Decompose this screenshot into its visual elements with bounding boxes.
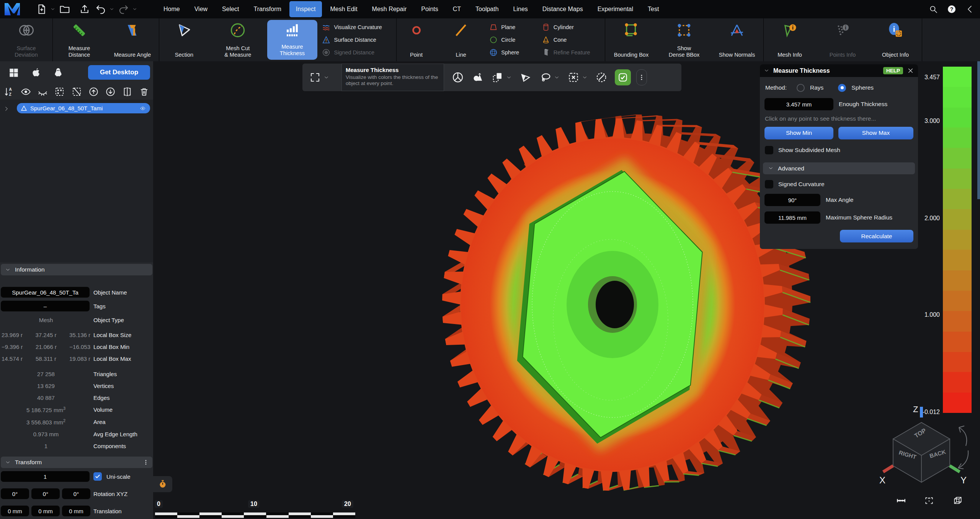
confirm-button[interactable] — [615, 69, 631, 85]
get-desktop-button[interactable]: Get Desktop — [88, 65, 150, 80]
ribbon-button-mesh-cut-measure[interactable]: Mesh Cut & Measure — [209, 18, 266, 61]
wire-cube-icon[interactable] — [951, 496, 965, 506]
show-min-button[interactable]: Show Min — [764, 127, 833, 139]
deselect-circle-icon[interactable] — [596, 72, 607, 83]
chevron-right-icon[interactable] — [4, 106, 9, 111]
rotation-input-z[interactable]: 0° — [62, 488, 90, 499]
info-input[interactable]: SpurGear_06_48_50T_Ta — [1, 287, 90, 298]
fit-tool-icon[interactable] — [922, 496, 936, 506]
menu-item-view[interactable]: View — [188, 0, 214, 18]
radio-spheres[interactable] — [838, 84, 846, 92]
ribbon-button-show-dense-bbox[interactable]: Show Dense BBox — [658, 18, 710, 61]
radio-rays[interactable] — [797, 84, 805, 92]
select-all-icon[interactable] — [54, 87, 65, 97]
kebab-menu-icon[interactable] — [143, 459, 149, 466]
recalculate-button[interactable]: Recalculate — [840, 230, 913, 242]
signed-curvature-checkbox[interactable] — [765, 180, 773, 188]
navigation-cube[interactable]: ZTOPRIGHTBACKXY — [879, 401, 974, 497]
show-subdivided-checkbox[interactable] — [765, 146, 773, 154]
menu-item-points[interactable]: Points — [415, 0, 444, 18]
trackball-icon[interactable] — [452, 72, 464, 83]
cut-plane-icon[interactable] — [520, 72, 531, 83]
help-badge[interactable]: HELP — [883, 67, 903, 74]
ribbon-button-section[interactable]: Section — [159, 18, 209, 61]
new-file-dropdown-icon[interactable] — [51, 7, 55, 11]
menu-item-experimental[interactable]: Experimental — [591, 0, 640, 18]
arrow-up-circle-icon[interactable] — [88, 87, 99, 97]
show-max-button[interactable]: Show Max — [838, 127, 913, 139]
ribbon-button-line[interactable]: Line — [436, 18, 485, 61]
uni-scale-checkbox[interactable] — [93, 472, 102, 481]
information-header[interactable]: Information — [1, 264, 152, 275]
thickness-input[interactable]: 3.457 mm — [764, 98, 833, 110]
ribbon-button-object-info[interactable]: iObject Info — [869, 18, 922, 61]
chevron-down-icon[interactable] — [324, 75, 329, 80]
max-sphere-radius-input[interactable]: 11.985 mm — [764, 211, 820, 224]
eye-icon[interactable] — [21, 87, 31, 97]
undo-icon[interactable] — [94, 3, 107, 16]
shapes-icon[interactable] — [472, 72, 483, 83]
rotation-input-x[interactable]: 0° — [1, 488, 29, 499]
menu-item-mesh-repair[interactable]: Mesh Repair — [366, 0, 413, 18]
clone-icon[interactable] — [492, 72, 503, 83]
export-icon[interactable] — [78, 3, 91, 16]
duplicate-icon[interactable] — [122, 87, 132, 97]
search-icon[interactable] — [929, 5, 938, 14]
translation-input-x[interactable]: 0 mm — [1, 506, 29, 516]
scrollbar-strip[interactable] — [977, 61, 980, 199]
chevron-down-icon[interactable] — [554, 75, 559, 80]
radio-spheres-label[interactable]: Spheres — [851, 84, 874, 91]
new-file-icon[interactable] — [35, 3, 48, 16]
chevron-down-icon[interactable] — [506, 75, 511, 80]
translation-input-z[interactable]: 0 mm — [62, 506, 90, 516]
eye-off-icon[interactable] — [38, 87, 48, 97]
chevron-down-icon[interactable] — [582, 75, 587, 80]
apple-icon[interactable] — [30, 67, 42, 79]
close-icon[interactable] — [908, 68, 913, 74]
menu-item-home[interactable]: Home — [157, 0, 186, 18]
ruler-tool-icon[interactable] — [894, 496, 908, 506]
ribbon-button-mesh-info[interactable]: iMesh Info — [763, 18, 816, 61]
menu-item-test[interactable]: Test — [641, 0, 665, 18]
fit-view-icon[interactable] — [309, 72, 321, 83]
collapse-icon[interactable] — [965, 5, 975, 14]
open-folder-icon[interactable] — [58, 3, 71, 16]
ribbon-button-bounding-box[interactable]: Bounding Box — [605, 18, 658, 61]
menu-item-toolpath[interactable]: Toolpath — [469, 0, 505, 18]
menu-item-mesh-edit[interactable]: Mesh Edit — [323, 0, 364, 18]
menu-item-select[interactable]: Select — [216, 0, 245, 18]
menu-item-transform[interactable]: Transform — [247, 0, 288, 18]
rotation-input-y[interactable]: 0° — [31, 488, 60, 499]
tree-item-spurgear[interactable]: SpurGear_06_48_50T_Tami — [17, 103, 150, 113]
ribbon-button-cone[interactable]: Cone — [542, 35, 605, 45]
sort-icon[interactable]: AZ — [4, 87, 14, 97]
ribbon-button-sphere[interactable]: Sphere — [489, 47, 537, 57]
lasso-icon[interactable] — [540, 72, 551, 83]
visibility-eye-icon[interactable] — [139, 106, 147, 111]
redo-dropdown-icon[interactable] — [132, 7, 137, 11]
help-icon[interactable]: ? — [947, 5, 956, 14]
radio-rays-label[interactable]: Rays — [810, 84, 823, 91]
ribbon-button-measure-thickness[interactable]: Measure Thickness — [267, 20, 318, 60]
undo-dropdown-icon[interactable] — [109, 7, 114, 11]
viewport-3d[interactable]: Measure Thickness Visualize with colors … — [153, 61, 980, 519]
more-options-button[interactable] — [636, 69, 647, 85]
max-angle-input[interactable]: 90° — [764, 194, 820, 206]
ribbon-button-cylinder[interactable]: Cylinder — [542, 22, 605, 32]
box-x-icon[interactable] — [568, 72, 579, 83]
ribbon-button-point[interactable]: Point — [396, 18, 436, 61]
advanced-header[interactable]: Advanced — [763, 162, 915, 174]
ribbon-button-show-normals[interactable]: Show Normals — [710, 18, 763, 61]
ribbon-button-surface-distance[interactable]: Surface Distance — [322, 35, 396, 45]
ribbon-button-measure-angle[interactable]: Measure Angle — [106, 18, 159, 61]
ribbon-button-plane[interactable]: Plane — [489, 22, 537, 32]
arrow-down-circle-icon[interactable] — [105, 87, 116, 97]
menu-item-ct[interactable]: CT — [446, 0, 467, 18]
ribbon-button-circle[interactable]: Circle — [489, 35, 537, 45]
menu-item-inspect[interactable]: Inspect — [289, 1, 322, 17]
scale-input[interactable]: 1 — [1, 471, 90, 482]
translation-input-y[interactable]: 0 mm — [31, 506, 60, 516]
menu-item-distance-maps[interactable]: Distance Maps — [536, 0, 590, 18]
windows-icon[interactable] — [8, 67, 20, 79]
stopwatch-button[interactable] — [153, 476, 172, 492]
